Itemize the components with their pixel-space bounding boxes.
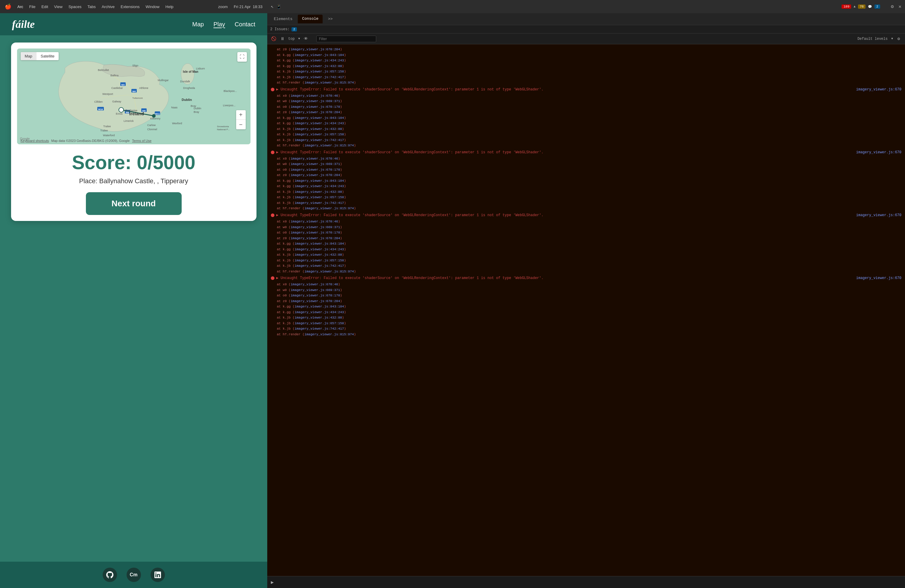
svg-text:Dublin: Dublin [194, 107, 202, 110]
game-card: Map Satellite [11, 43, 256, 221]
settings-icon[interactable]: ⚙ [891, 3, 894, 10]
menu-arc[interactable]: Arc [17, 5, 23, 9]
devtools-device-icon[interactable]: 📱 [276, 4, 281, 9]
svg-text:Snowdonia: Snowdonia [217, 125, 229, 128]
console-prompt-icon: ▶ [271, 579, 274, 585]
error-count-badge: 189 [841, 5, 851, 9]
console-filter-input[interactable] [316, 36, 376, 42]
nav-contact[interactable]: Contact [235, 21, 255, 28]
error-dot-icon [271, 88, 275, 91]
map-tab-bar: Map Satellite [21, 52, 59, 60]
menu-help[interactable]: Help [165, 5, 173, 9]
svg-text:Tralee: Tralee [100, 129, 108, 132]
map-tab-satellite[interactable]: Satellite [37, 52, 59, 60]
svg-text:Dublin: Dublin [182, 98, 192, 102]
error-source-link[interactable]: imagery_viewer.js:670 [856, 150, 902, 156]
svg-text:Liverpoo...: Liverpoo... [223, 104, 235, 107]
error-dot-icon [271, 151, 275, 154]
warning-count-badge: 76 [858, 5, 865, 9]
error-entry-4: ▶ Uncaught TypeError: Failed to execute … [271, 275, 902, 337]
app-logo: fáilte [12, 18, 35, 30]
keyboard-shortcuts[interactable]: Keyboard shortcuts [21, 139, 49, 143]
menu-tabs[interactable]: Tabs [87, 5, 95, 9]
devtools-cursor-icon[interactable]: ↖ [271, 3, 274, 10]
menu-archive[interactable]: Archive [102, 5, 114, 9]
svg-text:Tralee: Tralee [103, 125, 111, 128]
place-label: Place: Ballynahow Castle, , Tipperary [17, 177, 251, 185]
svg-text:Sligo: Sligo [132, 64, 138, 67]
error-dot-icon [271, 277, 275, 280]
stack-trace-initial: at z0 (imagery_viewer.js:670:204) at k.g… [271, 47, 902, 86]
cm-icon[interactable]: Cm [127, 567, 141, 582]
error-entry-1: ▶ Uncaught TypeError: Failed to execute … [271, 86, 902, 148]
zoom-app: zoom [218, 5, 228, 9]
nav-links: Map Play Contact [192, 21, 255, 28]
menu-window[interactable]: Window [146, 5, 159, 9]
apple-logo: 🍎 [5, 3, 11, 10]
svg-text:Isle of Man: Isle of Man [183, 70, 198, 73]
menu-extensions[interactable]: Extensions [121, 5, 140, 9]
svg-text:Galway: Galway [112, 100, 122, 103]
tab-elements[interactable]: Elements [270, 15, 297, 23]
devtools-toolbar: 🚫 ⏸ top ▼ 👁 Default levels ▼ ⚙ [267, 33, 905, 44]
clock: Fri 21 Apr 18:33 [234, 5, 262, 9]
svg-text:Clifden: Clifden [94, 100, 103, 103]
svg-text:Kilkenny: Kilkenny [150, 117, 161, 120]
svg-text:Tullamore: Tullamore [132, 97, 143, 99]
svg-text:Castlebar: Castlebar [111, 86, 123, 89]
menu-file[interactable]: File [29, 5, 36, 9]
devtools-footer: ▶ [267, 576, 905, 588]
svg-text:Westport: Westport [102, 92, 113, 95]
linkedin-icon[interactable] [151, 567, 165, 582]
top-dropdown[interactable]: top [288, 37, 295, 41]
tab-more[interactable]: >> [324, 15, 337, 23]
svg-text:Drogheda: Drogheda [183, 86, 195, 89]
titlebar: 🍎 Arc File Edit View Spaces Tabs Archive… [0, 0, 267, 13]
svg-text:Waterford: Waterford [103, 134, 114, 137]
nav-play[interactable]: Play [213, 21, 225, 28]
svg-text:Wexford: Wexford [172, 122, 182, 125]
main-content: Map Satellite [0, 35, 267, 562]
eye-icon[interactable]: 👁 [303, 36, 309, 42]
pause-icon[interactable]: ⏸ [279, 36, 286, 42]
tab-console[interactable]: Console [298, 15, 322, 23]
menu-edit[interactable]: Edit [41, 5, 48, 9]
svg-text:M11: M11 [155, 113, 160, 115]
devtools-tabs: Elements Console >> [267, 13, 905, 25]
svg-text:National P...: National P... [217, 128, 230, 131]
issues-bar: 2 Issues: 2 [267, 25, 905, 33]
close-devtools-icon[interactable]: ✕ [899, 3, 902, 10]
error-source-link[interactable]: imagery_viewer.js:670 [856, 275, 902, 281]
github-icon[interactable] [103, 567, 117, 582]
map-footer: Keyboard shortcuts Map data ©2023 GeoBas… [21, 139, 152, 143]
svg-text:Blackpoo...: Blackpoo... [224, 89, 237, 92]
map-tab-map[interactable]: Map [21, 52, 37, 60]
fullscreen-button[interactable]: ⛶ [237, 52, 247, 62]
svg-text:Naas: Naas [171, 106, 178, 109]
clear-console-icon[interactable]: 🚫 [270, 36, 277, 42]
menu-view[interactable]: View [54, 5, 62, 9]
menu-spaces[interactable]: Spaces [68, 5, 81, 9]
next-round-button[interactable]: Next round [86, 192, 182, 215]
nav-map[interactable]: Map [192, 21, 204, 28]
issues-label: 2 Issues: [270, 27, 290, 32]
svg-text:Carlow: Carlow [147, 124, 156, 127]
log-levels-dropdown[interactable]: Default levels [857, 37, 888, 41]
zoom-in-button[interactable]: + [236, 110, 246, 120]
svg-text:Ennis: Ennis [116, 112, 123, 115]
console-input[interactable] [276, 580, 902, 585]
devtools-settings-icon[interactable]: ⚙ [895, 36, 902, 42]
error-entry-2: ▶ Uncaught TypeError: Failed to execute … [271, 149, 902, 211]
error-source-link[interactable]: imagery_viewer.js:670 [856, 87, 902, 92]
issues-badge: 2 [292, 27, 297, 32]
svg-text:Belmullet: Belmullet [98, 68, 109, 72]
app-footer: Cm [0, 562, 267, 588]
terms-of-use[interactable]: Terms of Use [132, 139, 151, 143]
zoom-out-button[interactable]: − [236, 120, 246, 129]
error-dot-icon [271, 213, 275, 217]
devtools-titlebar: ↖ 📱 189 ▲ 76 💬 2 ⚙ ✕ [267, 0, 905, 13]
error-source-link[interactable]: imagery_viewer.js:670 [856, 213, 902, 218]
devtools-content[interactable]: at z0 (imagery_viewer.js:670:204) at k.g… [267, 44, 905, 576]
svg-text:Limerick: Limerick [124, 119, 134, 122]
score-text: Score: 0/5000 [17, 151, 251, 174]
